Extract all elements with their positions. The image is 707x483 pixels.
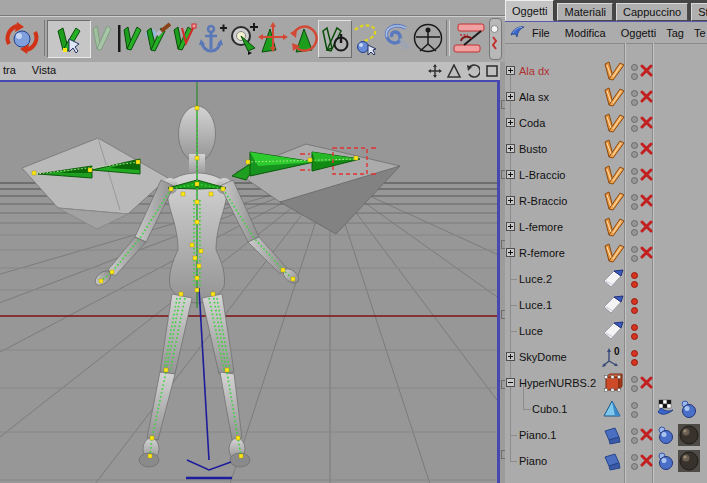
plane-object-icon[interactable] xyxy=(601,451,625,471)
bone-tool-button[interactable] xyxy=(47,20,91,58)
bone-ik-icon[interactable] xyxy=(172,20,198,56)
collapse-toggle[interactable] xyxy=(506,378,515,387)
object-row-r-femore[interactable]: R-femore xyxy=(505,240,707,266)
object-row-r-braccio[interactable]: R-Braccio xyxy=(505,188,707,214)
object-label[interactable]: HyperNURBS.2 xyxy=(519,370,596,396)
disabled-x-icon[interactable] xyxy=(640,220,653,235)
hypernurbs-object-icon[interactable] xyxy=(601,373,625,393)
object-row-coda[interactable]: Coda xyxy=(505,110,707,136)
object-label[interactable]: Luce.2 xyxy=(519,266,552,292)
bone-paint-icon[interactable] xyxy=(142,20,172,56)
visibility-dots[interactable] xyxy=(630,188,640,214)
object-label[interactable]: Ala sx xyxy=(519,84,549,110)
light-object-icon[interactable] xyxy=(601,321,625,341)
visibility-dots[interactable] xyxy=(630,448,640,474)
bone-object-icon[interactable] xyxy=(601,113,625,133)
bone-object-icon[interactable] xyxy=(601,191,625,211)
disabled-x-icon[interactable] xyxy=(640,428,653,443)
object-label[interactable]: Busto xyxy=(519,136,547,162)
object-label[interactable]: Piano xyxy=(519,448,547,474)
plane-object-icon[interactable] xyxy=(601,425,625,445)
expand-toggle[interactable] xyxy=(506,144,515,153)
bone-object-icon[interactable] xyxy=(601,87,625,107)
disabled-x-icon[interactable] xyxy=(640,116,653,131)
phong-tag-icon[interactable] xyxy=(655,424,676,448)
panel-menu-item-file[interactable]: File xyxy=(532,27,550,39)
target-add-icon[interactable] xyxy=(228,20,258,56)
bone-object-icon[interactable] xyxy=(601,165,625,185)
disabled-x-icon[interactable] xyxy=(640,64,653,79)
expand-toggle[interactable] xyxy=(506,170,515,179)
viewport-menu-item-vista[interactable]: Vista xyxy=(32,64,56,76)
object-label[interactable]: Ala dx xyxy=(519,58,550,84)
maximize-view-icon[interactable] xyxy=(485,64,499,80)
visibility-dots[interactable] xyxy=(630,266,640,292)
revert-sphere-icon[interactable] xyxy=(2,20,42,56)
phong-tag-icon[interactable] xyxy=(678,398,699,422)
expand-toggle[interactable] xyxy=(506,118,515,127)
expand-toggle[interactable] xyxy=(506,92,515,101)
object-label[interactable]: Luce xyxy=(519,318,543,344)
skydome-object-icon[interactable]: 0 xyxy=(601,347,625,367)
visibility-dots[interactable] xyxy=(630,344,640,370)
object-label[interactable]: Luce.1 xyxy=(519,292,552,318)
disabled-x-icon[interactable] xyxy=(640,90,653,105)
bone-object-icon[interactable] xyxy=(601,243,625,263)
disabled-x-icon[interactable] xyxy=(640,142,653,157)
visibility-dots[interactable] xyxy=(630,422,640,448)
tab-materiali[interactable]: Materiali xyxy=(557,3,613,21)
visibility-dots[interactable] xyxy=(630,370,640,396)
phong-tag-icon[interactable] xyxy=(655,450,676,474)
visibility-dots[interactable] xyxy=(630,240,640,266)
object-row-ala-sx[interactable]: Ala sx xyxy=(505,84,707,110)
rotate-joint-icon[interactable] xyxy=(288,20,318,56)
bone-object-icon[interactable] xyxy=(601,217,625,237)
tab-cappuccino[interactable]: Cappuccino xyxy=(616,3,688,21)
object-label[interactable]: R-Braccio xyxy=(519,188,567,214)
viewport-menu-item-tra[interactable]: tra xyxy=(3,64,16,76)
panel-menu-item-oggetti[interactable]: Oggetti xyxy=(621,27,656,39)
visibility-dots[interactable] xyxy=(630,58,640,84)
bone-object-icon[interactable] xyxy=(601,139,625,159)
checker-tag-icon[interactable] xyxy=(655,398,676,422)
object-label[interactable]: Coda xyxy=(519,110,545,136)
move-joint-icon[interactable] xyxy=(258,20,288,56)
visibility-dots[interactable] xyxy=(630,292,640,318)
object-row-l-braccio[interactable]: L-Braccio xyxy=(505,162,707,188)
material-tag-icon[interactable] xyxy=(678,450,700,474)
object-row-luce[interactable]: Luce xyxy=(505,318,707,344)
disabled-x-icon[interactable] xyxy=(640,246,653,261)
panel-menu-item-tag[interactable]: Tag xyxy=(666,27,684,39)
tab-oggetti[interactable]: Oggetti xyxy=(505,0,554,21)
object-row-piano[interactable]: Piano xyxy=(505,448,707,474)
visibility-dots[interactable] xyxy=(630,214,640,240)
character-circle-icon[interactable] xyxy=(412,20,444,56)
palette-handle[interactable] xyxy=(489,18,502,60)
visibility-dots[interactable] xyxy=(630,318,640,344)
disabled-x-icon[interactable] xyxy=(640,194,653,209)
viewport-3d[interactable] xyxy=(0,82,497,483)
visibility-dots[interactable] xyxy=(630,396,640,422)
object-row-piano-1[interactable]: Piano.1 xyxy=(505,422,707,448)
mirror-bone-icon[interactable] xyxy=(114,20,142,56)
object-row-luce-2[interactable]: Luce.2 xyxy=(505,266,707,292)
expand-toggle[interactable] xyxy=(506,66,515,75)
soft-spring-icon[interactable] xyxy=(452,20,486,56)
visibility-dots[interactable] xyxy=(630,136,640,162)
object-label[interactable]: L-Braccio xyxy=(519,162,565,188)
visibility-dots[interactable] xyxy=(630,84,640,110)
object-row-ala-dx[interactable]: Ala dx xyxy=(505,58,707,84)
rotate-view-icon[interactable] xyxy=(466,64,480,80)
expand-toggle[interactable] xyxy=(506,352,515,361)
object-row-cubo-1[interactable]: Cubo.1 xyxy=(505,396,707,422)
bone-ghost-icon[interactable] xyxy=(90,20,114,56)
object-row-l-femore[interactable]: L-femore xyxy=(505,214,707,240)
object-label[interactable]: R-femore xyxy=(519,240,565,266)
pan-view-icon[interactable] xyxy=(428,64,442,80)
object-label[interactable]: Piano.1 xyxy=(519,422,556,448)
object-label[interactable]: Cubo.1 xyxy=(532,396,567,422)
light-object-icon[interactable] xyxy=(601,295,625,315)
object-row-skydome[interactable]: SkyDome0 xyxy=(505,344,707,370)
keyframe-key-icon[interactable] xyxy=(382,20,412,56)
pyramid-object-icon[interactable] xyxy=(601,399,625,419)
